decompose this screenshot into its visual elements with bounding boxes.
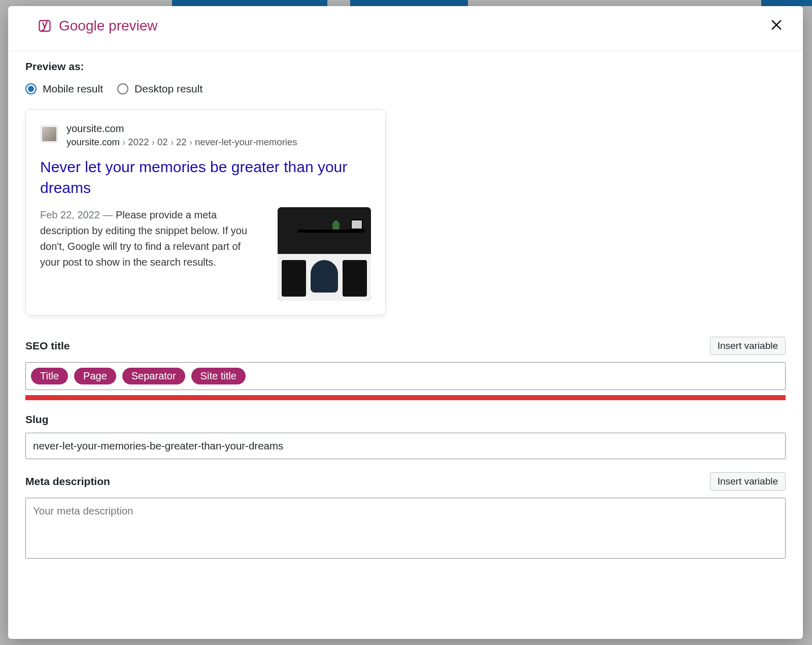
insert-variable-button[interactable]: Insert variable	[710, 472, 786, 491]
slug-row: Slug	[25, 413, 786, 459]
serp-description-row: Feb 22, 2022 — Please provide a meta des…	[40, 207, 371, 301]
serp-thumbnail	[278, 207, 371, 301]
breadcrumb-part: 02	[157, 137, 168, 147]
seo-title-progress-bar	[25, 395, 786, 400]
preview-as-radio-group: Mobile result Desktop result	[25, 83, 786, 95]
serp-title-link[interactable]: Never let your memories be greater than …	[40, 157, 371, 198]
radio-label: Desktop result	[134, 83, 202, 95]
preview-as-mobile-option[interactable]: Mobile result	[25, 83, 103, 95]
bg-header-button	[761, 0, 812, 6]
insert-variable-button[interactable]: Insert variable	[710, 337, 786, 355]
radio-icon	[25, 83, 37, 94]
bg-header-button	[172, 0, 327, 6]
meta-description-input[interactable]	[25, 498, 786, 559]
meta-description-row: Meta description Insert variable	[25, 472, 786, 561]
favicon-icon	[40, 125, 58, 143]
serp-header: yoursite.com yoursite.com › 2022 › 02 › …	[40, 123, 371, 148]
meta-description-label: Meta description	[25, 475, 110, 488]
modal-body: Preview as: Mobile result Desktop result…	[8, 51, 803, 639]
slug-label: Slug	[25, 413, 49, 426]
serp-domain: yoursite.com	[66, 123, 297, 135]
seo-title-token[interactable]: Title	[31, 368, 68, 384]
serp-description: Feb 22, 2022 — Please provide a meta des…	[40, 207, 262, 301]
page-backdrop: Google preview Preview as: Mobile result…	[0, 0, 812, 645]
modal-header: Google preview	[8, 6, 803, 51]
seo-title-input[interactable]: Title Page Separator Site title	[25, 362, 786, 390]
breadcrumb-part: 22	[176, 137, 187, 147]
preview-as-desktop-option[interactable]: Desktop result	[117, 83, 202, 95]
breadcrumb-part: never-let-your-memories	[195, 137, 297, 147]
slug-input[interactable]	[25, 433, 786, 459]
breadcrumb-part: 2022	[128, 137, 149, 147]
radio-label: Mobile result	[43, 83, 103, 95]
preview-as-label: Preview as:	[25, 60, 786, 73]
seo-title-token[interactable]: Separator	[122, 368, 185, 384]
seo-title-label: SEO title	[25, 340, 70, 352]
breadcrumb-root: yoursite.com	[66, 137, 120, 147]
close-button[interactable]	[767, 15, 786, 37]
seo-title-token[interactable]: Page	[74, 368, 116, 384]
google-preview-modal: Google preview Preview as: Mobile result…	[8, 6, 803, 639]
seo-title-row: SEO title Insert variable Title Page Sep…	[25, 337, 786, 400]
serp-breadcrumb: yoursite.com › 2022 › 02 › 22 › never-le…	[66, 137, 297, 148]
serp-preview-card: yoursite.com yoursite.com › 2022 › 02 › …	[25, 109, 386, 315]
serp-date: Feb 22, 2022	[40, 209, 100, 220]
modal-title-wrap: Google preview	[38, 18, 158, 34]
seo-title-token[interactable]: Site title	[191, 368, 246, 384]
bg-header-button	[350, 0, 468, 6]
yoast-icon	[38, 19, 52, 33]
modal-title: Google preview	[59, 18, 158, 34]
radio-icon	[117, 83, 128, 94]
